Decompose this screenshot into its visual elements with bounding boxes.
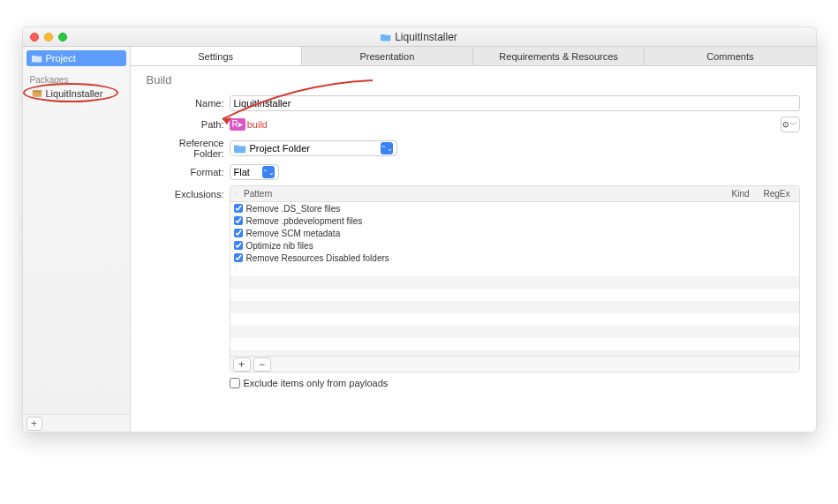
add-package-button[interactable]: + — [26, 417, 42, 431]
sidebar-item-project[interactable]: Project — [26, 50, 126, 66]
sidebar-project-label: Project — [46, 53, 76, 64]
exclusion-label: Remove .pbdevelopment files — [246, 216, 363, 226]
window-controls — [23, 33, 67, 41]
row-format: Format: Flat ⌃⌄ — [147, 164, 800, 180]
name-input[interactable] — [230, 95, 800, 111]
tab-presentation[interactable]: Presentation — [302, 47, 473, 65]
zoom-icon[interactable] — [58, 33, 67, 41]
sidebar-footer: + — [23, 414, 130, 432]
table-row[interactable]: Remove .pbdevelopment files — [230, 214, 799, 227]
folder-icon — [32, 54, 42, 63]
exclusion-checkbox[interactable] — [234, 253, 243, 262]
app-window: LiquitInstaller Project Packages LiquitI… — [22, 26, 817, 433]
tab-label: Requirements & Resources — [499, 51, 618, 62]
exclude-only-label: Exclude items only from payloads — [244, 378, 389, 388]
format-label: Format: — [147, 167, 230, 177]
table-row[interactable]: Remove Resources Disabled folders — [230, 252, 799, 264]
row-name: Name: — [147, 95, 800, 111]
chevron-updown-icon: ⌃⌄ — [262, 166, 275, 178]
format-value: Flat — [234, 167, 259, 177]
exclusion-label: Remove SCM metadata — [246, 229, 341, 238]
path-label: Path: — [147, 119, 230, 130]
window-body: Project Packages LiquitInstaller + — [23, 47, 816, 432]
row-exclude-only: Exclude items only from payloads — [230, 378, 800, 388]
row-path: Path: R▸ build ⊙﹀ — [147, 117, 800, 132]
minimize-icon[interactable] — [44, 33, 53, 41]
window-title-text: LiquitInstaller — [395, 31, 457, 43]
exclusion-label: Remove .DS_Store files — [246, 204, 341, 214]
chevron-updown-icon: ⌃⌄ — [381, 142, 393, 154]
path-value: build — [247, 119, 268, 130]
row-exclusions: Exclusions: · Pattern Kind RegEx — [147, 185, 800, 388]
reference-folder-select[interactable]: Project Folder ⌃⌄ — [230, 140, 397, 156]
reference-folder-value: Project Folder — [250, 143, 377, 154]
add-exclusion-button[interactable]: + — [233, 357, 251, 372]
exclusion-label: Optimize nib files — [246, 241, 313, 251]
remove-exclusion-button[interactable]: − — [253, 357, 271, 372]
content-area: Build Name: Path: R▸ build — [131, 66, 816, 432]
exclude-only-checkbox[interactable] — [230, 378, 240, 388]
tab-settings[interactable]: Settings — [131, 47, 302, 65]
titlebar: LiquitInstaller — [23, 27, 816, 47]
sidebar: Project Packages LiquitInstaller + — [23, 47, 131, 432]
col-regex-label: RegEx — [759, 189, 799, 199]
gear-chevron-icon: ⊙﹀ — [782, 119, 797, 131]
exclusion-checkbox[interactable] — [234, 229, 243, 237]
tabbar: Settings Presentation Requirements & Res… — [131, 47, 816, 66]
exclusion-checkbox[interactable] — [234, 241, 243, 250]
table-row[interactable]: Optimize nib files — [230, 239, 799, 252]
sidebar-item-package[interactable]: LiquitInstaller — [26, 87, 126, 101]
main-panel: Settings Presentation Requirements & Res… — [131, 47, 816, 432]
exclusions-footer: + − — [230, 356, 799, 372]
reference-folder-label: Reference Folder: — [147, 138, 230, 159]
exclusion-checkbox[interactable] — [234, 216, 243, 225]
exclusions-header: · Pattern Kind RegEx — [230, 186, 799, 202]
table-row[interactable]: Remove SCM metadata — [230, 227, 799, 239]
tab-label: Presentation — [359, 51, 414, 62]
row-reference-folder: Reference Folder: Project Folder ⌃⌄ — [147, 138, 800, 159]
table-filler — [230, 264, 799, 356]
format-select[interactable]: Flat ⌃⌄ — [230, 164, 279, 180]
sidebar-section-packages: Packages — [23, 75, 130, 85]
close-icon[interactable] — [30, 33, 39, 41]
sidebar-package-label: LiquitInstaller — [46, 88, 103, 99]
table-row[interactable]: Remove .DS_Store files — [230, 202, 799, 214]
exclusion-checkbox[interactable] — [234, 204, 243, 213]
tab-label: Settings — [198, 51, 233, 62]
window-title: LiquitInstaller — [23, 31, 816, 43]
path-badge: R▸ — [230, 118, 245, 131]
folder-icon — [381, 33, 391, 41]
svg-rect-1 — [32, 90, 42, 92]
path-options-button[interactable]: ⊙﹀ — [781, 117, 800, 132]
tab-requirements[interactable]: Requirements & Resources — [473, 47, 645, 65]
package-icon — [32, 89, 42, 98]
name-label: Name: — [147, 98, 230, 109]
exclusions-label: Exclusions: — [147, 185, 230, 199]
tab-label: Comments — [706, 51, 753, 62]
svg-rect-0 — [32, 92, 42, 97]
exclusion-label: Remove Resources Disabled folders — [246, 253, 389, 263]
tab-comments[interactable]: Comments — [645, 47, 815, 65]
sort-icon: · — [236, 189, 242, 199]
exclusions-table: · Pattern Kind RegEx Remove .DS_Store fi… — [230, 185, 800, 372]
path-chip: R▸ build — [230, 117, 268, 132]
folder-icon — [234, 143, 246, 154]
col-kind-label: Kind — [723, 189, 759, 199]
col-pattern-label: Pattern — [244, 189, 272, 199]
section-heading-build: Build — [147, 73, 800, 87]
